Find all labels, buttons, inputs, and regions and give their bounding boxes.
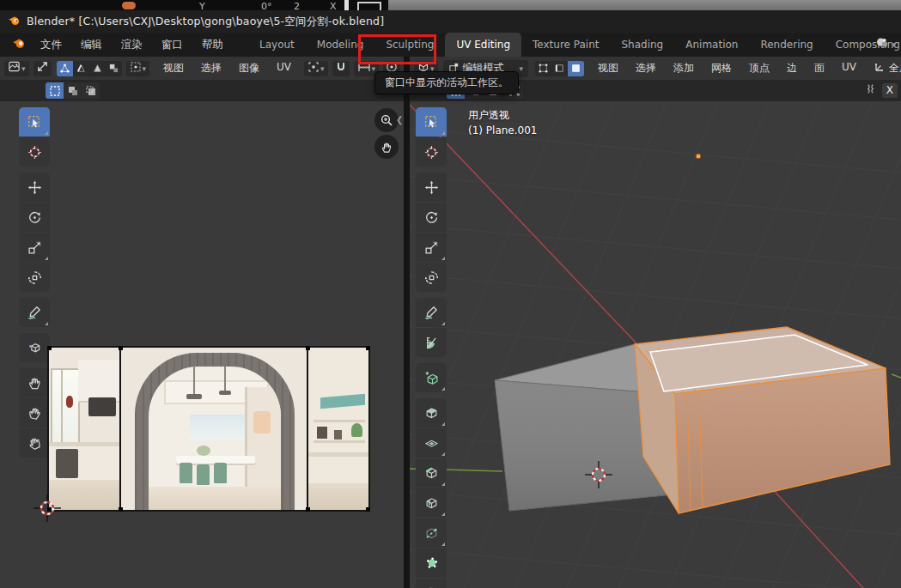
workspace-tab-shading[interactable]: Shading: [610, 33, 674, 57]
sticky-select-dropdown[interactable]: ▾: [126, 61, 150, 76]
uv-vertex[interactable]: [119, 346, 123, 350]
viewport-settings-right: X: [864, 82, 898, 99]
vp-bevel-tool-button[interactable]: [416, 458, 447, 488]
workspace-tab-rendering[interactable]: Rendering: [749, 33, 824, 57]
vp-inset-faces-tool-button[interactable]: [416, 428, 447, 458]
vp-menu-边[interactable]: 边: [778, 57, 806, 80]
select-mode-extend-button[interactable]: [64, 82, 82, 99]
workspace-tab-sculpting[interactable]: Sculpting: [374, 33, 445, 57]
vp-menu-顶点[interactable]: 顶点: [740, 57, 778, 80]
uv-menu-视图[interactable]: 视图: [155, 57, 192, 80]
uv-rip-region-tool-button[interactable]: [19, 333, 50, 362]
uv-pinch-tool-button[interactable]: [19, 428, 50, 458]
select-mode-new-button[interactable]: [46, 82, 64, 99]
pan-gizmo[interactable]: [374, 135, 399, 159]
select-mode-subtract-button[interactable]: [82, 82, 100, 99]
workspace-tab-uv-editing[interactable]: UV Editing: [445, 33, 521, 57]
uv-move-tool-button[interactable]: [19, 173, 50, 202]
uv-grab-tool-button[interactable]: [19, 368, 50, 397]
uv-relax-tool-button[interactable]: [19, 398, 50, 427]
vp-rotate-tool-button[interactable]: [416, 203, 447, 232]
uv-sync-select-toggle[interactable]: [33, 61, 52, 76]
uv-tweak-tool-button[interactable]: [19, 107, 50, 136]
vp-move-tool-button[interactable]: [416, 173, 447, 202]
uv-select-vertex-button[interactable]: [57, 61, 73, 76]
workspace-tab-modeling[interactable]: Modeling: [306, 33, 375, 57]
menu-渲染[interactable]: 渲染: [112, 33, 152, 57]
vp-loop-cut-tool-button[interactable]: [416, 488, 447, 518]
vp-add-cube-tool-button[interactable]: [416, 363, 447, 392]
uv-vertex[interactable]: [306, 507, 310, 512]
uv-annotate-tool-button[interactable]: [19, 298, 50, 327]
vp-measure-tool-button[interactable]: [416, 328, 447, 357]
zoom-gizmo[interactable]: [374, 108, 399, 132]
vp-knife-tool-button[interactable]: [416, 518, 447, 548]
edit-options-icon[interactable]: [864, 82, 877, 99]
orientation-icon: [874, 61, 886, 76]
menu-窗口[interactable]: 窗口: [152, 33, 192, 57]
workspace-tab-animation[interactable]: Animation: [674, 33, 749, 57]
uv-image[interactable]: [47, 346, 370, 512]
selected-box-object[interactable]: [635, 327, 890, 513]
uv-menu-选择[interactable]: 选择: [192, 57, 230, 80]
tooltip-text: 窗口中显示的活动工作区。: [385, 76, 508, 90]
uv-select-edge-button[interactable]: [73, 61, 89, 76]
uv-vertex[interactable]: [47, 346, 52, 350]
uv-menu-UV[interactable]: UV: [268, 57, 300, 80]
vp-menu-选择[interactable]: 选择: [627, 57, 665, 80]
uv-select-island-button[interactable]: [106, 61, 122, 76]
uv-menu-图像[interactable]: 图像: [230, 57, 268, 80]
editor-type-dropdown[interactable]: ▾: [4, 61, 29, 76]
vp-extrude-region-tool-button[interactable]: [416, 398, 447, 427]
menu-帮助[interactable]: 帮助: [192, 33, 233, 57]
uv-vertex[interactable]: [366, 346, 370, 350]
cropped-orange-icon: [122, 2, 136, 9]
zoom-icon: [380, 113, 393, 127]
snap-toggle[interactable]: [332, 61, 350, 76]
vp-scale-tool-button[interactable]: [416, 233, 447, 262]
scene-selector[interactable]: ▾: [875, 36, 896, 53]
uv-scale-tool-button[interactable]: [19, 233, 50, 262]
uv-vertex[interactable]: [366, 507, 370, 512]
vp-cursor-tool-button[interactable]: [416, 137, 447, 167]
vp-menu-面[interactable]: 面: [806, 57, 833, 80]
vp-menu-视图[interactable]: 视图: [589, 57, 627, 80]
app-menu-blender-icon[interactable]: [12, 36, 26, 53]
vp-poly-build-tool-button[interactable]: [416, 549, 447, 578]
menu-文件[interactable]: 文件: [31, 33, 71, 57]
viewport-scene[interactable]: [410, 101, 901, 588]
orientation-dropdown[interactable]: 全局: [874, 61, 901, 76]
workspace-tab-texture-paint[interactable]: Texture Paint: [521, 33, 610, 57]
face-mode-button[interactable]: [568, 61, 584, 76]
vp-menu-网格[interactable]: 网格: [703, 57, 740, 80]
uv-cursor-tool-button[interactable]: [19, 137, 50, 167]
pan-hand-icon: [380, 141, 393, 154]
edge-mode-button[interactable]: [551, 61, 568, 76]
vp-annotate-tool-button[interactable]: [416, 298, 447, 327]
panel-divider[interactable]: [404, 57, 410, 588]
vp-select-box-tool-button[interactable]: [416, 107, 447, 136]
cursor-2d-icon: [32, 493, 63, 524]
uv-edge[interactable]: [307, 348, 308, 510]
uv-select-face-button[interactable]: [89, 61, 106, 76]
uv-vertex[interactable]: [119, 507, 123, 512]
uv-select-mode-group: [57, 61, 122, 76]
workspace-tab-layout[interactable]: Layout: [248, 33, 306, 57]
uv-vertex[interactable]: [306, 346, 310, 350]
vp-menu-添加[interactable]: 添加: [665, 57, 703, 80]
vp-spin-tool-button[interactable]: [416, 579, 447, 588]
region-collapse-icon[interactable]: ❮: [396, 115, 403, 124]
menu-编辑[interactable]: 编辑: [71, 33, 112, 57]
vp-transform-tool-button[interactable]: [416, 263, 447, 292]
uv-editor-panel: ❮: [0, 101, 404, 588]
uv-rotate-tool-button[interactable]: [19, 203, 50, 232]
workspace-tooltip: 窗口中显示的活动工作区。: [374, 71, 519, 94]
orientation-label: 全局: [889, 61, 901, 76]
uv-edge[interactable]: [119, 348, 121, 510]
uv-transform-tool-button[interactable]: [19, 263, 50, 292]
sticky-select-icon: [130, 60, 142, 76]
pivot-dropdown[interactable]: ▾: [304, 61, 328, 76]
vp-menu-UV[interactable]: UV: [833, 57, 865, 80]
sync-select-icon: [36, 60, 49, 76]
vertex-mode-button[interactable]: [535, 61, 551, 76]
